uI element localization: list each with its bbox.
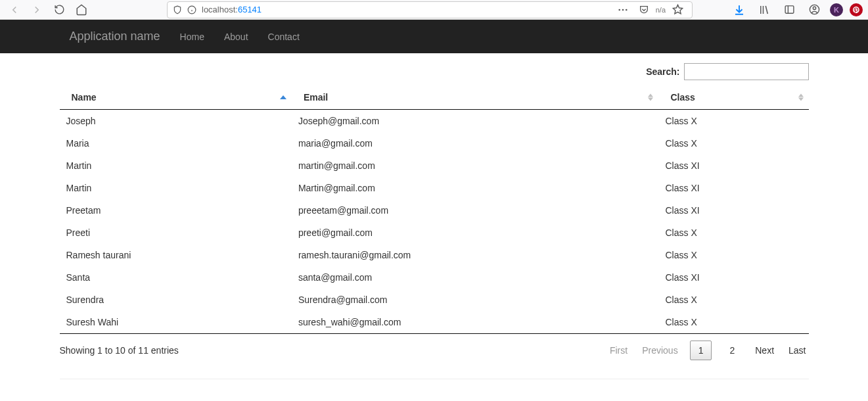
sort-both-icon [798,94,804,101]
address-bar[interactable]: localhost:65141 n/a [167,1,693,18]
cell-class: Class XI [658,154,808,177]
data-table: Name Email Class JosephJoseph@gmail.comC… [60,85,809,334]
cell-name: Preetam [60,199,292,222]
cell-class: Class XI [658,177,808,199]
cell-class: Class X [658,110,808,133]
cell-name: Suresh Wahi [60,311,292,334]
table-row: Martinmartin@gmail.comClass XI [60,154,809,177]
table-row: MartinMartin@gmail.comClass XI [60,177,809,199]
col-email-label: Email [304,92,328,103]
page-last[interactable]: Last [786,341,808,360]
col-class-label: Class [670,92,695,103]
pocket-icon[interactable] [635,1,653,19]
table-footer: Showing 1 to 10 of 11 entries First Prev… [60,334,809,367]
table-row: Suresh Wahisuresh_wahi@gmail.comClass X [60,311,809,334]
bookmark-star-icon[interactable] [668,1,687,19]
search-label: Search: [646,66,679,77]
nav-about[interactable]: About [214,22,258,52]
sort-both-icon [648,94,653,101]
col-name-label: Name [72,92,97,103]
cell-email: ramesh.taurani@gmail.com [292,244,659,266]
table-row: Mariamaria@gmail.comClass X [60,132,809,154]
cell-email: Martin@gmail.com [292,177,659,199]
cell-name: Ramesh taurani [60,244,292,266]
cell-email: Joseph@gmail.com [292,110,659,133]
pinterest-icon[interactable] [850,3,863,16]
home-button[interactable] [72,1,91,19]
search-input[interactable] [684,63,809,80]
url-host: localhost: [202,5,238,14]
profile-avatar[interactable]: K [830,3,843,16]
table-row: SurendraSurendra@gmail.comClass X [60,289,809,311]
browser-toolbar: localhost:65141 n/a K [0,0,868,20]
svg-line-11 [765,6,767,14]
cell-email: Surendra@gmail.com [292,289,659,311]
cell-class: Class X [658,132,808,154]
tracking-shield-icon[interactable] [173,5,182,14]
cell-name: Santa [60,266,292,289]
pagination: First Previous 12 Next Last [607,341,809,360]
page-previous[interactable]: Previous [639,341,680,360]
table-row: Santasanta@gmail.comClass XI [60,266,809,289]
entries-info: Showing 1 to 10 of 11 entries [60,345,179,356]
svg-point-3 [618,9,620,11]
brand-link[interactable]: Application name [60,20,170,53]
back-button[interactable] [5,1,24,19]
svg-point-5 [626,9,628,11]
page-number-2[interactable]: 2 [721,341,743,360]
svg-marker-6 [673,5,682,13]
cell-email: martin@gmail.com [292,154,659,177]
svg-point-15 [813,7,815,9]
cell-class: Class XI [658,199,808,222]
search-row: Search: [60,63,809,80]
cell-name: Preeti [60,222,292,244]
url-port: 65141 [238,5,262,14]
cell-email: suresh_wahi@gmail.com [292,311,659,334]
cell-name: Martin [60,177,292,199]
cell-class: Class X [658,222,808,244]
table-row: JosephJoseph@gmail.comClass X [60,110,809,133]
page-number-1[interactable]: 1 [690,341,712,360]
forward-button[interactable] [28,1,46,19]
cell-class: Class X [658,311,808,334]
cell-email: preeti@gmail.com [292,222,659,244]
svg-rect-12 [785,6,794,13]
cell-class: Class XI [658,266,808,289]
table-header-row: Name Email Class [60,85,809,110]
sidebar-icon[interactable] [780,1,798,19]
table-row: Preetampreeetam@gmail.comClass XI [60,199,809,222]
cell-class: Class X [658,244,808,266]
table-row: Preetipreeti@gmail.comClass X [60,222,809,244]
main-container: Search: Name Email Class JosephJoseph@gm… [60,53,809,379]
sort-asc-icon [280,95,286,99]
cell-email: maria@gmail.com [292,132,659,154]
cell-name: Maria [60,132,292,154]
page-actions: n/a [614,1,687,19]
col-name-header[interactable]: Name [60,85,292,110]
site-info-icon[interactable] [187,5,196,14]
cell-name: Joseph [60,110,292,133]
url-text: localhost:65141 [202,5,262,14]
app-navbar: Application name Home About Contact [0,20,868,53]
cell-name: Martin [60,154,292,177]
table-row: Ramesh tauraniramesh.taurani@gmail.comCl… [60,244,809,266]
reload-button[interactable] [50,1,68,19]
tracking-label: n/a [656,6,666,14]
cell-email: santa@gmail.com [292,266,659,289]
svg-point-4 [622,9,624,11]
nav-contact[interactable]: Contact [258,22,309,52]
col-class-header[interactable]: Class [658,85,808,110]
cell-email: preeetam@gmail.com [292,199,659,222]
library-icon[interactable] [755,1,773,19]
col-email-header[interactable]: Email [292,85,659,110]
footer-divider [60,379,809,379]
browser-right-icons: K [730,1,863,19]
downloads-icon[interactable] [730,1,748,19]
account-icon[interactable] [805,1,823,19]
nav-home[interactable]: Home [170,22,214,52]
nav-list: Home About Contact [170,22,309,52]
page-first[interactable]: First [607,341,630,360]
page-next[interactable]: Next [752,341,777,360]
cell-class: Class X [658,289,808,311]
page-actions-menu-icon[interactable] [614,1,632,19]
